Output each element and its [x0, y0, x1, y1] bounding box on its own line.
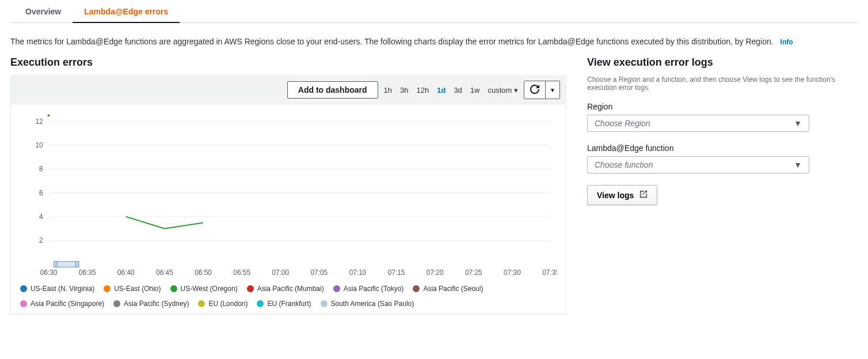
svg-text:07:05: 07:05 — [311, 269, 328, 277]
legend-swatch — [321, 300, 328, 307]
region-placeholder: Choose Region — [595, 119, 650, 128]
svg-text:07:30: 07:30 — [504, 269, 521, 277]
legend-label: EU (Frankfurt) — [267, 300, 311, 308]
logs-title: View execution error logs — [587, 56, 858, 69]
time-range-group: 1h3h12h1d3d1wcustom — [384, 86, 518, 95]
legend-label: US-East (Ohio) — [114, 285, 161, 293]
legend-item[interactable]: Asia Pacific (Mumbai) — [247, 285, 324, 293]
legend-item[interactable]: US-West (Oregon) — [170, 285, 238, 293]
svg-text:4: 4 — [39, 213, 43, 221]
time-range-1d[interactable]: 1d — [437, 86, 446, 95]
svg-text:07:35: 07:35 — [542, 269, 557, 277]
svg-text:2: 2 — [39, 236, 43, 244]
legend-swatch — [113, 300, 120, 307]
time-range-1h[interactable]: 1h — [384, 86, 392, 95]
chart-title: Execution errors — [10, 56, 566, 69]
legend-swatch — [413, 285, 420, 292]
chart-legend: US-East (N. Virginia)US-East (Ohio)US-We… — [20, 285, 557, 308]
caret-down-icon: ▼ — [794, 119, 802, 128]
info-link[interactable]: Info — [781, 38, 793, 46]
svg-rect-27 — [54, 262, 57, 267]
add-to-dashboard-button[interactable]: Add to dashboard — [287, 81, 378, 99]
chart-toolbar: Add to dashboard 1h3h12h1d3d1wcustom ▼ — [11, 76, 566, 104]
execution-errors-chart: 2468101206:3006:3506:4006:4506:5006:5507… — [20, 110, 557, 281]
region-label: Region — [587, 102, 858, 111]
legend-label: Asia Pacific (Singapore) — [31, 300, 104, 308]
time-range-custom[interactable]: custom — [488, 86, 518, 95]
tabs: OverviewLambda@Edge errors — [10, 0, 858, 23]
refresh-button[interactable] — [524, 81, 546, 99]
logs-desc: Choose a Region and a function, and then… — [587, 75, 858, 92]
view-logs-label: View logs — [597, 191, 634, 200]
caret-down-icon: ▼ — [550, 87, 555, 93]
view-logs-button[interactable]: View logs — [587, 185, 657, 205]
svg-text:07:00: 07:00 — [272, 269, 289, 277]
time-range-3d[interactable]: 3d — [454, 86, 462, 95]
refresh-dropdown-button[interactable]: ▼ — [546, 81, 560, 99]
svg-rect-26 — [55, 262, 77, 267]
legend-item[interactable]: South America (Sao Paulo) — [321, 300, 414, 308]
intro-body: The metrics for Lambda@Edge functions ar… — [10, 37, 774, 46]
legend-swatch — [20, 300, 27, 307]
legend-swatch — [20, 285, 27, 292]
external-link-icon — [639, 190, 648, 200]
intro-text: The metrics for Lambda@Edge functions ar… — [10, 37, 858, 46]
time-range-12h[interactable]: 12h — [417, 86, 429, 95]
legend-item[interactable]: Asia Pacific (Seoul) — [413, 285, 483, 293]
time-range-3h[interactable]: 3h — [400, 86, 408, 95]
svg-text:07:25: 07:25 — [465, 269, 482, 277]
svg-text:06:50: 06:50 — [195, 269, 212, 277]
svg-text:8: 8 — [39, 165, 43, 173]
svg-rect-28 — [75, 262, 79, 267]
tab-lambda-errors[interactable]: Lambda@Edge errors — [73, 0, 180, 23]
svg-text:6: 6 — [39, 189, 43, 197]
legend-label: EU (London) — [208, 300, 248, 308]
function-placeholder: Choose function — [595, 160, 653, 169]
legend-label: South America (Sao Paulo) — [331, 300, 414, 308]
svg-text:07:20: 07:20 — [427, 269, 444, 277]
legend-label: Asia Pacific (Seoul) — [423, 285, 483, 293]
legend-swatch — [198, 300, 205, 307]
chart-panel: Add to dashboard 1h3h12h1d3d1wcustom ▼ — [10, 75, 566, 314]
legend-swatch — [247, 285, 254, 292]
svg-text:07:10: 07:10 — [349, 269, 367, 277]
legend-item[interactable]: Asia Pacific (Singapore) — [20, 300, 104, 308]
legend-item[interactable]: EU (Frankfurt) — [257, 300, 311, 308]
svg-point-29 — [48, 115, 50, 117]
svg-text:06:30: 06:30 — [40, 269, 58, 277]
refresh-icon — [530, 85, 539, 96]
function-select[interactable]: Choose function ▼ — [587, 156, 809, 173]
legend-label: Asia Pacific (Sydney) — [124, 300, 189, 308]
legend-item[interactable]: EU (London) — [198, 300, 248, 308]
legend-item[interactable]: Asia Pacific (Tokyo) — [333, 285, 404, 293]
time-range-1w[interactable]: 1w — [470, 86, 480, 95]
legend-swatch — [104, 285, 111, 292]
legend-label: Asia Pacific (Mumbai) — [257, 285, 324, 293]
legend-item[interactable]: US-East (N. Virginia) — [20, 285, 94, 293]
legend-label: US-West (Oregon) — [181, 285, 238, 293]
svg-text:07:15: 07:15 — [388, 269, 405, 277]
tab-overview[interactable]: Overview — [14, 0, 73, 23]
svg-text:06:35: 06:35 — [79, 269, 96, 277]
svg-text:06:45: 06:45 — [156, 269, 173, 277]
legend-label: US-East (N. Virginia) — [31, 285, 94, 293]
legend-swatch — [170, 285, 177, 292]
legend-item[interactable]: US-East (Ohio) — [104, 285, 161, 293]
region-select[interactable]: Choose Region ▼ — [587, 115, 809, 132]
svg-text:06:55: 06:55 — [233, 269, 250, 277]
caret-down-icon: ▼ — [794, 160, 802, 169]
legend-item[interactable]: Asia Pacific (Sydney) — [113, 300, 189, 308]
legend-swatch — [333, 285, 340, 292]
legend-label: Asia Pacific (Tokyo) — [344, 285, 404, 293]
legend-swatch — [257, 300, 264, 307]
svg-text:06:40: 06:40 — [117, 269, 135, 277]
svg-text:12: 12 — [35, 118, 43, 126]
svg-text:10: 10 — [35, 141, 43, 149]
function-label: Lambda@Edge function — [587, 143, 858, 153]
